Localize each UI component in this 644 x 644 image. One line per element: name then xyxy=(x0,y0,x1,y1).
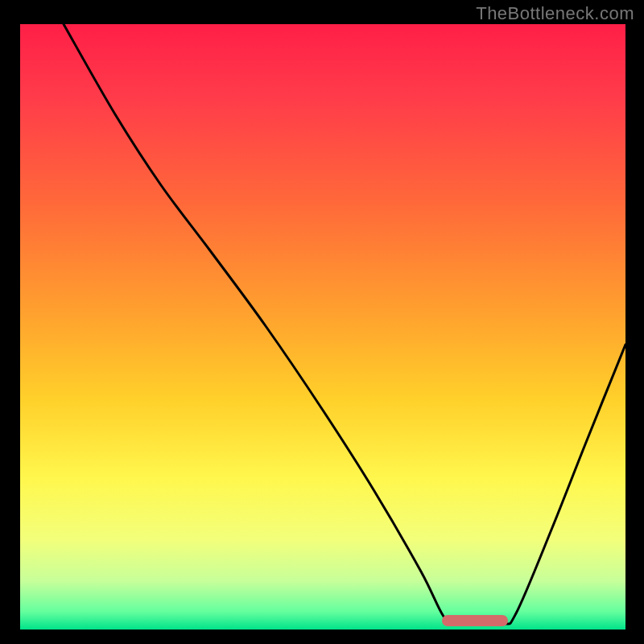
optimal-marker xyxy=(442,615,508,626)
watermark-text: TheBottleneck.com xyxy=(476,3,634,24)
bottleneck-curve xyxy=(20,24,625,630)
plot-area xyxy=(20,24,625,630)
chart-container: TheBottleneck.com xyxy=(0,0,644,644)
